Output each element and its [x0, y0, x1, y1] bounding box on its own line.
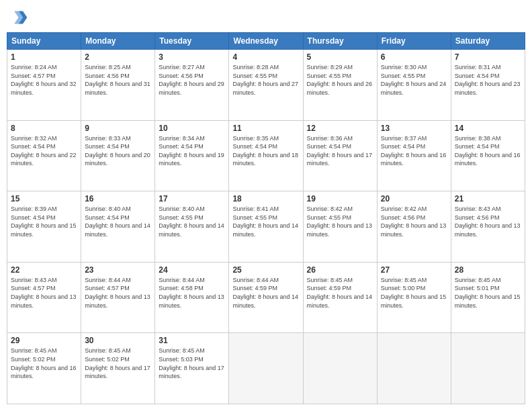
page: SundayMondayTuesdayWednesdayThursdayFrid… — [0, 0, 532, 411]
day-number: 13 — [381, 124, 447, 133]
cell-info: Sunrise: 8:31 AM Sunset: 4:54 PM Dayligh… — [455, 63, 521, 97]
calendar-cell: 13 Sunrise: 8:37 AM Sunset: 4:54 PM Dayl… — [377, 120, 451, 191]
cell-info: Sunrise: 8:36 AM Sunset: 4:54 PM Dayligh… — [307, 134, 373, 168]
day-number: 4 — [232, 52, 299, 62]
cell-info: Sunrise: 8:40 AM Sunset: 4:54 PM Dayligh… — [85, 205, 151, 238]
cell-info: Sunrise: 8:42 AM Sunset: 4:56 PM Dayligh… — [381, 205, 447, 238]
cell-info: Sunrise: 8:44 AM Sunset: 4:58 PM Dayligh… — [159, 276, 225, 310]
calendar-cell: 30 Sunrise: 8:45 AM Sunset: 5:02 PM Dayl… — [81, 333, 155, 404]
day-number: 2 — [85, 52, 151, 62]
day-number: 11 — [232, 124, 299, 133]
day-number: 22 — [11, 265, 77, 275]
cell-info: Sunrise: 8:43 AM Sunset: 4:57 PM Dayligh… — [11, 276, 77, 310]
calendar-cell: 28 Sunrise: 8:45 AM Sunset: 5:01 PM Dayl… — [451, 262, 525, 333]
calendar-cell: 24 Sunrise: 8:44 AM Sunset: 4:58 PM Dayl… — [155, 262, 229, 333]
week-row-1: 1 Sunrise: 8:24 AM Sunset: 4:57 PM Dayli… — [7, 50, 525, 121]
day-header-monday: Monday — [81, 33, 155, 50]
calendar-cell: 27 Sunrise: 8:45 AM Sunset: 5:00 PM Dayl… — [377, 262, 451, 333]
cell-info: Sunrise: 8:37 AM Sunset: 4:54 PM Dayligh… — [381, 134, 447, 168]
logo-icon — [7, 7, 28, 28]
day-number: 29 — [11, 336, 77, 345]
calendar-cell: 4 Sunrise: 8:28 AM Sunset: 4:55 PM Dayli… — [229, 50, 303, 121]
calendar-cell: 25 Sunrise: 8:44 AM Sunset: 4:59 PM Dayl… — [229, 262, 303, 333]
cell-info: Sunrise: 8:33 AM Sunset: 4:54 PM Dayligh… — [85, 134, 151, 168]
day-number: 9 — [85, 124, 151, 133]
week-row-2: 8 Sunrise: 8:32 AM Sunset: 4:54 PM Dayli… — [7, 120, 525, 191]
cell-info: Sunrise: 8:40 AM Sunset: 4:55 PM Dayligh… — [159, 205, 225, 238]
cell-info: Sunrise: 8:30 AM Sunset: 4:55 PM Dayligh… — [381, 63, 447, 97]
cell-info: Sunrise: 8:42 AM Sunset: 4:55 PM Dayligh… — [307, 205, 373, 238]
calendar-cell: 9 Sunrise: 8:33 AM Sunset: 4:54 PM Dayli… — [81, 120, 155, 191]
day-header-friday: Friday — [377, 33, 451, 50]
calendar-cell: 21 Sunrise: 8:43 AM Sunset: 4:56 PM Dayl… — [451, 191, 525, 263]
day-number: 8 — [11, 124, 77, 133]
cell-info: Sunrise: 8:35 AM Sunset: 4:54 PM Dayligh… — [232, 134, 299, 168]
cell-info: Sunrise: 8:24 AM Sunset: 4:57 PM Dayligh… — [11, 63, 77, 97]
calendar-cell: 8 Sunrise: 8:32 AM Sunset: 4:54 PM Dayli… — [7, 120, 81, 191]
calendar-cell: 18 Sunrise: 8:41 AM Sunset: 4:55 PM Dayl… — [229, 191, 303, 263]
day-header-sunday: Sunday — [7, 33, 81, 50]
calendar-cell: 23 Sunrise: 8:44 AM Sunset: 4:57 PM Dayl… — [81, 262, 155, 333]
calendar-cell: 29 Sunrise: 8:45 AM Sunset: 5:02 PM Dayl… — [7, 333, 81, 404]
calendar-cell: 10 Sunrise: 8:34 AM Sunset: 4:54 PM Dayl… — [155, 120, 229, 191]
calendar-cell: 15 Sunrise: 8:39 AM Sunset: 4:54 PM Dayl… — [7, 191, 81, 263]
day-number: 7 — [455, 52, 521, 62]
calendar-cell: 6 Sunrise: 8:30 AM Sunset: 4:55 PM Dayli… — [377, 50, 451, 121]
calendar-cell: 31 Sunrise: 8:45 AM Sunset: 5:03 PM Dayl… — [155, 333, 229, 404]
week-row-3: 15 Sunrise: 8:39 AM Sunset: 4:54 PM Dayl… — [7, 191, 525, 263]
cell-info: Sunrise: 8:27 AM Sunset: 4:56 PM Dayligh… — [159, 63, 225, 97]
day-number: 31 — [159, 336, 225, 345]
calendar-cell — [303, 333, 377, 404]
calendar-cell: 17 Sunrise: 8:40 AM Sunset: 4:55 PM Dayl… — [155, 191, 229, 263]
day-header-tuesday: Tuesday — [155, 33, 229, 50]
calendar-cell: 1 Sunrise: 8:24 AM Sunset: 4:57 PM Dayli… — [7, 50, 81, 121]
cell-info: Sunrise: 8:45 AM Sunset: 4:59 PM Dayligh… — [307, 276, 373, 310]
calendar-cell: 12 Sunrise: 8:36 AM Sunset: 4:54 PM Dayl… — [303, 120, 377, 191]
day-number: 27 — [381, 265, 447, 275]
day-number: 15 — [11, 194, 77, 203]
calendar-cell: 11 Sunrise: 8:35 AM Sunset: 4:54 PM Dayl… — [229, 120, 303, 191]
calendar-table: SundayMondayTuesdayWednesdayThursdayFrid… — [7, 32, 525, 404]
cell-info: Sunrise: 8:43 AM Sunset: 4:56 PM Dayligh… — [455, 205, 521, 238]
day-number: 10 — [159, 124, 225, 133]
header — [7, 7, 525, 28]
day-number: 5 — [307, 52, 373, 62]
day-number: 14 — [455, 124, 521, 133]
calendar-cell — [229, 333, 303, 404]
calendar-cell: 2 Sunrise: 8:25 AM Sunset: 4:56 PM Dayli… — [81, 50, 155, 121]
day-number: 18 — [232, 194, 299, 203]
calendar-header: SundayMondayTuesdayWednesdayThursdayFrid… — [7, 33, 525, 50]
calendar-cell: 19 Sunrise: 8:42 AM Sunset: 4:55 PM Dayl… — [303, 191, 377, 263]
calendar-cell: 3 Sunrise: 8:27 AM Sunset: 4:56 PM Dayli… — [155, 50, 229, 121]
day-number: 19 — [307, 194, 373, 203]
logo — [7, 7, 31, 28]
cell-info: Sunrise: 8:28 AM Sunset: 4:55 PM Dayligh… — [232, 63, 299, 97]
day-number: 17 — [159, 194, 225, 203]
calendar-cell: 22 Sunrise: 8:43 AM Sunset: 4:57 PM Dayl… — [7, 262, 81, 333]
cell-info: Sunrise: 8:39 AM Sunset: 4:54 PM Dayligh… — [11, 205, 77, 238]
calendar-cell: 20 Sunrise: 8:42 AM Sunset: 4:56 PM Dayl… — [377, 191, 451, 263]
day-number: 28 — [455, 265, 521, 275]
day-number: 21 — [455, 194, 521, 203]
day-number: 30 — [85, 336, 151, 345]
cell-info: Sunrise: 8:45 AM Sunset: 5:02 PM Dayligh… — [11, 347, 77, 380]
cell-info: Sunrise: 8:45 AM Sunset: 5:00 PM Dayligh… — [381, 276, 447, 310]
cell-info: Sunrise: 8:44 AM Sunset: 4:59 PM Dayligh… — [232, 276, 299, 310]
day-number: 20 — [381, 194, 447, 203]
cell-info: Sunrise: 8:45 AM Sunset: 5:01 PM Dayligh… — [455, 276, 521, 310]
cell-info: Sunrise: 8:32 AM Sunset: 4:54 PM Dayligh… — [11, 134, 77, 168]
day-number: 23 — [85, 265, 151, 275]
cell-info: Sunrise: 8:45 AM Sunset: 5:03 PM Dayligh… — [159, 347, 225, 380]
calendar-cell: 7 Sunrise: 8:31 AM Sunset: 4:54 PM Dayli… — [451, 50, 525, 121]
calendar-cell — [377, 333, 451, 404]
calendar-cell: 14 Sunrise: 8:38 AM Sunset: 4:54 PM Dayl… — [451, 120, 525, 191]
week-row-4: 22 Sunrise: 8:43 AM Sunset: 4:57 PM Dayl… — [7, 262, 525, 333]
cell-info: Sunrise: 8:44 AM Sunset: 4:57 PM Dayligh… — [85, 276, 151, 310]
cell-info: Sunrise: 8:41 AM Sunset: 4:55 PM Dayligh… — [232, 205, 299, 238]
calendar-cell: 16 Sunrise: 8:40 AM Sunset: 4:54 PM Dayl… — [81, 191, 155, 263]
day-header-saturday: Saturday — [451, 33, 525, 50]
cell-info: Sunrise: 8:29 AM Sunset: 4:55 PM Dayligh… — [307, 63, 373, 97]
day-number: 24 — [159, 265, 225, 275]
cell-info: Sunrise: 8:45 AM Sunset: 5:02 PM Dayligh… — [85, 347, 151, 380]
day-number: 6 — [381, 52, 447, 62]
